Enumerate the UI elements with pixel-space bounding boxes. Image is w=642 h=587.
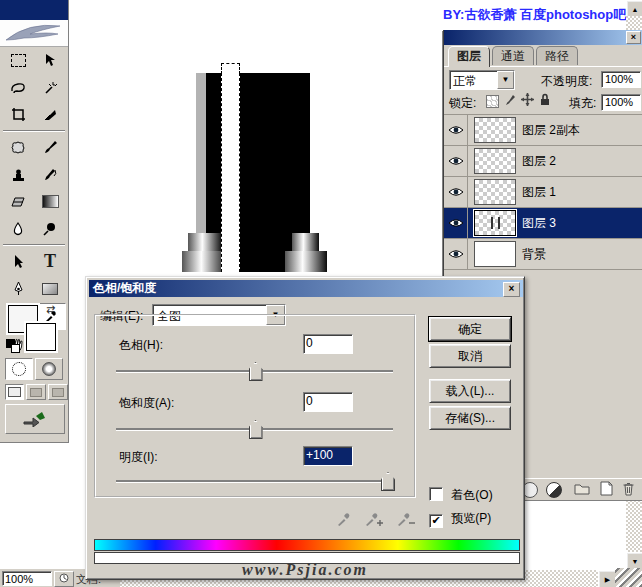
zoom-level-field[interactable]: [2, 571, 52, 586]
slice-tool[interactable]: [35, 102, 66, 127]
tab-layers[interactable]: 图层: [448, 46, 490, 67]
layer-row[interactable]: 背景: [444, 239, 642, 270]
layer-thumbnail[interactable]: [474, 148, 516, 174]
sample-dropper-icon[interactable]: [336, 511, 352, 527]
lasso-tool[interactable]: [3, 75, 34, 100]
lock-all-icon[interactable]: [539, 93, 551, 106]
opacity-field[interactable]: 100%: [601, 71, 641, 88]
fullscreen-icon: [52, 388, 64, 397]
checkbox-unchecked-icon[interactable]: [429, 487, 443, 501]
marquee-tool[interactable]: [3, 48, 34, 73]
resize-grip[interactable]: [615, 568, 642, 587]
blur-tool[interactable]: [3, 216, 34, 241]
photoshop-feather-logo[interactable]: [0, 20, 68, 47]
jump-to-imageready-button[interactable]: [5, 404, 65, 434]
healing-patch-tool[interactable]: [3, 135, 34, 160]
gradient-icon: [42, 195, 59, 208]
colorize-checkbox[interactable]: 着色(O): [429, 487, 493, 504]
layer-row-selected[interactable]: 图层 3: [444, 208, 642, 239]
lock-pixels-icon[interactable]: [504, 93, 516, 107]
layers-list: 图层 2副本 图层 2 图层 1 图层 3 背景: [444, 115, 642, 267]
checkbox-checked-icon[interactable]: ✔: [429, 514, 443, 528]
layers-palette-titlebar[interactable]: ×: [444, 30, 642, 45]
layer-row[interactable]: 图层 2副本: [444, 115, 642, 146]
default-colors-icon[interactable]: [6, 339, 18, 351]
adjustment-layer-icon[interactable]: [546, 482, 562, 498]
selected-stripe[interactable]: [221, 73, 240, 272]
visibility-toggle[interactable]: [444, 239, 468, 269]
standard-mode-icon: [12, 362, 26, 376]
saturation-value-field[interactable]: 0: [303, 392, 353, 412]
layer-thumbnail[interactable]: [474, 210, 516, 236]
dialog-titlebar[interactable]: 色相/饱和度 ×: [89, 280, 523, 297]
history-brush-tool[interactable]: [35, 162, 66, 187]
visibility-toggle[interactable]: [444, 208, 468, 238]
saturation-slider[interactable]: [116, 428, 393, 431]
chevron-down-icon[interactable]: ▼: [497, 71, 514, 89]
brush-icon: [43, 140, 58, 155]
ok-button[interactable]: 确定: [429, 317, 511, 341]
load-button[interactable]: 载入(L)...: [429, 379, 511, 403]
standard-screen-button[interactable]: [5, 384, 24, 400]
lock-position-icon[interactable]: [521, 93, 534, 106]
layer-name[interactable]: 背景: [522, 246, 546, 263]
quick-mask-mode-button[interactable]: [35, 358, 63, 380]
shape-tool[interactable]: [35, 276, 66, 301]
jump-arrow-icon: [23, 411, 47, 427]
gradient-tool[interactable]: [35, 189, 66, 214]
add-dropper-icon[interactable]: [364, 511, 384, 527]
trash-icon[interactable]: [622, 481, 635, 496]
base-step1-right: [292, 233, 319, 251]
fullscreen-menu-button[interactable]: [26, 384, 46, 400]
visibility-toggle[interactable]: [444, 146, 468, 176]
visibility-toggle[interactable]: [444, 115, 468, 145]
layer-thumbnail[interactable]: [474, 241, 516, 267]
layer-thumbnail[interactable]: [474, 179, 516, 205]
brush-tool[interactable]: [35, 135, 66, 160]
blend-opacity-row: 正常 ▼ 不透明度: 100%: [444, 68, 642, 92]
background-color-swatch[interactable]: [26, 323, 56, 351]
lock-fill-row: 锁定: 填充: 100%: [444, 92, 642, 115]
dodge-tool[interactable]: [35, 216, 66, 241]
cancel-button[interactable]: 取消: [429, 344, 511, 368]
hue-slider[interactable]: [116, 370, 393, 373]
new-layer-icon[interactable]: [600, 481, 613, 496]
tab-paths[interactable]: 路径: [536, 46, 578, 65]
blend-mode-select[interactable]: 正常 ▼: [449, 70, 515, 90]
layer-row[interactable]: 图层 2: [444, 146, 642, 177]
lightness-value-field[interactable]: +100: [303, 446, 353, 466]
tab-channels[interactable]: 通道: [492, 46, 534, 65]
lightness-slider[interactable]: [116, 480, 393, 483]
layer-thumbnail[interactable]: [474, 117, 516, 143]
hue-value-field[interactable]: 0: [303, 334, 353, 354]
visibility-toggle[interactable]: [444, 177, 468, 207]
subtract-dropper-icon[interactable]: [396, 511, 416, 527]
move-tool[interactable]: [35, 48, 66, 73]
toolbox-titlebar[interactable]: [0, 0, 68, 20]
standard-mode-button[interactable]: [5, 358, 33, 380]
magic-wand-tool[interactable]: [35, 75, 66, 100]
quick-mask-icon: [42, 362, 56, 376]
type-tool[interactable]: T: [35, 249, 66, 274]
swap-colors-icon[interactable]: ⇄: [46, 303, 55, 316]
fullscreen-button[interactable]: [48, 384, 68, 400]
clone-stamp-tool[interactable]: [3, 162, 34, 187]
palette-close-icon[interactable]: ×: [626, 31, 641, 44]
eraser-tool[interactable]: [3, 189, 34, 214]
layer-name[interactable]: 图层 3: [522, 215, 556, 232]
status-info-button[interactable]: [54, 571, 74, 587]
layer-row[interactable]: 图层 1: [444, 177, 642, 208]
dialog-close-icon[interactable]: ×: [503, 282, 520, 297]
crop-tool[interactable]: [3, 102, 34, 127]
path-select-tool[interactable]: [3, 249, 34, 274]
lock-transparency-icon[interactable]: [486, 95, 499, 108]
fill-field[interactable]: 100%: [601, 94, 641, 111]
black-arrow-icon: [12, 254, 24, 269]
layer-name[interactable]: 图层 1: [522, 184, 556, 201]
pen-tool[interactable]: [3, 276, 34, 301]
new-group-folder-icon[interactable]: [574, 482, 590, 495]
layer-name[interactable]: 图层 2副本: [522, 122, 580, 139]
save-button[interactable]: 存储(S)...: [429, 406, 511, 430]
preview-checkbox[interactable]: ✔ 预览(P): [429, 510, 491, 528]
layer-name[interactable]: 图层 2: [522, 153, 556, 170]
